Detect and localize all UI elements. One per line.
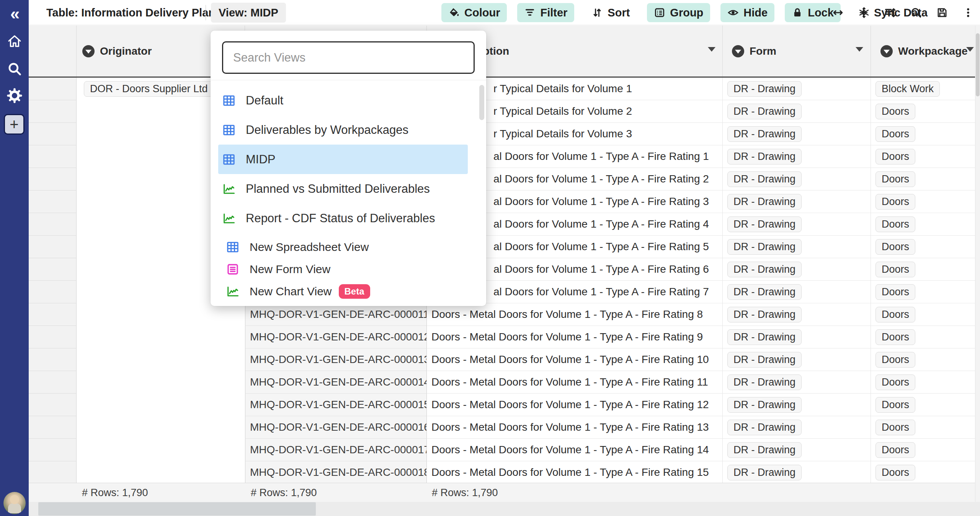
workpackage-cell[interactable]: Block Work: [871, 78, 975, 100]
search-views-input[interactable]: [222, 41, 475, 74]
form-cell[interactable]: DR - Drawing: [723, 461, 871, 483]
form-cell[interactable]: DR - Drawing: [723, 326, 871, 348]
user-avatar[interactable]: [3, 492, 26, 514]
row-gutter-cell[interactable]: [29, 326, 77, 348]
view-selector-button[interactable]: View: MIDP: [211, 3, 286, 23]
group-button[interactable]: Group: [647, 3, 710, 22]
workpackage-cell[interactable]: Doors: [871, 416, 975, 439]
collapse-sidebar-icon[interactable]: «: [0, 5, 29, 23]
resize-horizontal-icon[interactable]: [832, 3, 844, 22]
form-cell[interactable]: DR - Drawing: [723, 100, 871, 123]
row-gutter-cell[interactable]: [29, 303, 77, 326]
sort-button[interactable]: Sort: [585, 3, 637, 22]
workpackage-cell[interactable]: Doors: [871, 258, 975, 281]
form-cell[interactable]: DR - Drawing: [723, 213, 871, 236]
originator-cell[interactable]: [77, 461, 245, 483]
id-cell[interactable]: MHQ-DOR-V1-GEN-DE-ARC-000011: [245, 303, 427, 326]
view-item-deliverables-by-workpackages[interactable]: Deliverables by Workpackages: [218, 115, 468, 145]
form-cell[interactable]: DR - Drawing: [723, 348, 871, 371]
column-menu-caret[interactable]: [856, 47, 863, 52]
row-gutter-cell[interactable]: [29, 123, 77, 145]
form-cell[interactable]: DR - Drawing: [723, 78, 871, 100]
workpackage-cell[interactable]: Doors: [871, 326, 975, 348]
table-title[interactable]: Table: Information Delivery Plans: [46, 0, 221, 25]
id-cell[interactable]: MHQ-DOR-V1-GEN-DE-ARC-000018: [245, 461, 427, 483]
row-gutter-cell[interactable]: [29, 348, 77, 371]
row-gutter-cell[interactable]: [29, 145, 77, 168]
form-cell[interactable]: DR - Drawing: [723, 190, 871, 213]
row-gutter-cell[interactable]: [29, 190, 77, 213]
workpackage-cell[interactable]: Doors: [871, 168, 975, 190]
id-cell[interactable]: MHQ-DOR-V1-GEN-DE-ARC-000016: [245, 416, 427, 439]
column-header-workpackage[interactable]: Workpackage: [871, 26, 975, 77]
column-menu-caret[interactable]: [708, 47, 715, 52]
description-cell[interactable]: Doors - Metal Doors for Volume 1 - Type …: [427, 439, 723, 461]
form-cell[interactable]: DR - Drawing: [723, 394, 871, 416]
workpackage-cell[interactable]: Doors: [871, 394, 975, 416]
id-cell[interactable]: MHQ-DOR-V1-GEN-DE-ARC-000012: [245, 326, 427, 348]
column-header-form[interactable]: Form: [723, 26, 871, 77]
workpackage-cell[interactable]: Doors: [871, 348, 975, 371]
new-chart-view[interactable]: New Chart ViewBeta: [211, 280, 486, 303]
colour-button[interactable]: Colour: [441, 3, 507, 22]
hide-button[interactable]: Hide: [720, 3, 774, 22]
add-table-button[interactable]: +: [4, 114, 24, 135]
workpackage-cell[interactable]: Doors: [871, 281, 975, 303]
row-gutter-cell[interactable]: [29, 100, 77, 123]
view-item-report-cdf-status-of-deliverables[interactable]: Report - CDF Status of Deliverables: [218, 203, 468, 227]
workpackage-cell[interactable]: Doors: [871, 213, 975, 236]
more-options-icon[interactable]: [962, 3, 974, 22]
form-cell[interactable]: DR - Drawing: [723, 371, 871, 394]
workpackage-cell[interactable]: Doors: [871, 190, 975, 213]
originator-cell[interactable]: [77, 416, 245, 439]
id-cell[interactable]: MHQ-DOR-V1-GEN-DE-ARC-000017: [245, 439, 427, 461]
row-gutter-cell[interactable]: [29, 371, 77, 394]
id-cell[interactable]: MHQ-DOR-V1-GEN-DE-ARC-000015: [245, 394, 427, 416]
filter-button[interactable]: Filter: [517, 3, 574, 22]
description-cell[interactable]: Doors - Metal Doors for Volume 1 - Type …: [427, 416, 723, 439]
row-gutter-cell[interactable]: [29, 168, 77, 190]
form-cell[interactable]: DR - Drawing: [723, 236, 871, 258]
gear-icon[interactable]: [0, 87, 29, 104]
workpackage-cell[interactable]: Doors: [871, 303, 975, 326]
search-icon[interactable]: [910, 3, 922, 22]
row-gutter-cell[interactable]: [29, 281, 77, 303]
new-form-view[interactable]: New Form View: [211, 258, 486, 280]
horizontal-scrollbar[interactable]: [29, 502, 980, 516]
form-cell[interactable]: DR - Drawing: [723, 145, 871, 168]
form-cell[interactable]: DR - Drawing: [723, 123, 871, 145]
view-item-midp[interactable]: MIDP: [218, 145, 468, 174]
row-gutter-cell[interactable]: [29, 78, 77, 100]
row-gutter-cell[interactable]: [29, 461, 77, 483]
description-cell[interactable]: Doors - Metal Doors for Volume 1 - Type …: [427, 326, 723, 348]
save-icon[interactable]: [936, 3, 948, 22]
description-cell[interactable]: Doors - Metal Doors for Volume 1 - Type …: [427, 461, 723, 483]
vertical-scrollbar-thumb[interactable]: [976, 33, 980, 96]
originator-cell[interactable]: [77, 439, 245, 461]
workpackage-cell[interactable]: Doors: [871, 100, 975, 123]
horizontal-scrollbar-thumb[interactable]: [38, 502, 316, 516]
home-icon[interactable]: [0, 33, 29, 50]
description-cell[interactable]: Doors - Metal Doors for Volume 1 - Type …: [427, 394, 723, 416]
workpackage-cell[interactable]: Doors: [871, 145, 975, 168]
search-icon[interactable]: [0, 60, 29, 77]
id-cell[interactable]: MHQ-DOR-V1-GEN-DE-ARC-000013: [245, 348, 427, 371]
workpackage-cell[interactable]: Doors: [871, 461, 975, 483]
view-item-planned-vs-submitted-deliverables[interactable]: Planned vs Submitted Deliverables: [218, 174, 468, 203]
originator-cell[interactable]: [77, 348, 245, 371]
description-cell[interactable]: Doors - Metal Doors for Volume 1 - Type …: [427, 303, 723, 326]
row-gutter-cell[interactable]: [29, 394, 77, 416]
originator-cell[interactable]: [77, 326, 245, 348]
row-gutter-cell[interactable]: [29, 439, 77, 461]
form-cell[interactable]: DR - Drawing: [723, 416, 871, 439]
freeze-icon[interactable]: [858, 3, 870, 22]
description-cell[interactable]: Doors - Metal Doors for Volume 1 - Type …: [427, 348, 723, 371]
workpackage-cell[interactable]: Doors: [871, 439, 975, 461]
row-gutter-cell[interactable]: [29, 213, 77, 236]
row-gutter-cell[interactable]: [29, 236, 77, 258]
workpackage-cell[interactable]: Doors: [871, 236, 975, 258]
view-item-default[interactable]: Default: [218, 86, 468, 115]
form-cell[interactable]: DR - Drawing: [723, 281, 871, 303]
row-height-icon[interactable]: [884, 3, 896, 22]
workpackage-cell[interactable]: Doors: [871, 371, 975, 394]
